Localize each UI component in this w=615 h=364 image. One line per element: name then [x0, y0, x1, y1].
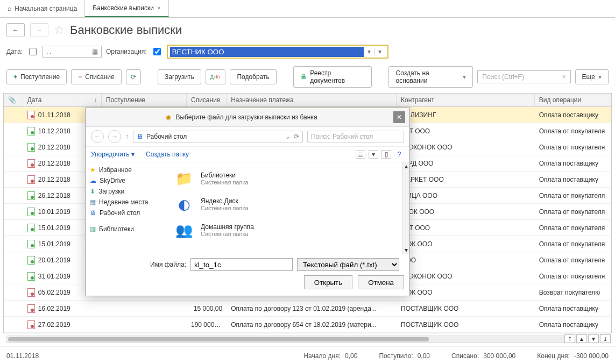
close-icon[interactable]: ×	[157, 4, 161, 12]
col-out-label: Списание	[191, 96, 221, 104]
dtkt-icon: ДтКт	[210, 74, 221, 80]
writeoff-button[interactable]: −Списание	[71, 69, 122, 84]
sort-asc-icon: ↓	[94, 96, 97, 104]
path-breadcrumb[interactable]: 🖥 Рабочий стол ⌄ ⟳	[133, 131, 303, 142]
open-button[interactable]: Открыть	[304, 275, 352, 289]
tab-active-label: Банковские выписки	[93, 4, 154, 12]
clear-icon[interactable]: ×	[562, 73, 566, 81]
status-in-value: 0,00	[418, 352, 430, 360]
col-date[interactable]: Дата↓	[23, 94, 102, 106]
dialog-close-button[interactable]: ✕	[393, 111, 405, 123]
create-on-button[interactable]: Создать на основании▾	[388, 66, 473, 88]
item-ya-sub: Системная папка	[201, 205, 249, 211]
forward-button[interactable]: →	[30, 23, 48, 37]
nav-up-icon[interactable]: ▲	[576, 334, 587, 343]
status-bar: 01.11.2018 Начало дня:0,00 Поступило:0,0…	[0, 346, 615, 364]
more-label: Еще	[582, 73, 595, 81]
calendar-icon[interactable]: ▦	[92, 48, 98, 55]
scroll-up-icon[interactable]: ▴	[405, 162, 408, 170]
filename-input[interactable]	[190, 258, 293, 271]
col-agent-label: Контрагент	[401, 96, 434, 104]
nav-back-button[interactable]: ←	[91, 130, 104, 143]
nav-first-icon[interactable]: ⤒	[564, 334, 575, 343]
status-out-label: Списано:	[451, 352, 479, 360]
col-receive[interactable]: Поступление	[102, 94, 187, 106]
date-filter-checkbox[interactable]	[29, 48, 37, 55]
org-input[interactable]	[170, 47, 364, 57]
nav-down-icon[interactable]: ▼	[588, 334, 599, 343]
row-agent: ГБ ЛИЗИНГ	[397, 109, 535, 121]
dialog-search-input[interactable]: Поиск: Рабочий стол	[307, 131, 404, 142]
table-row[interactable]: 16.02.201915 000,00Оплата по договору 12…	[4, 301, 611, 317]
row-date: 15.01.2019	[38, 240, 70, 248]
doc-icon	[27, 256, 35, 265]
col-agent[interactable]: Контрагент	[397, 94, 535, 106]
disk-icon: ◐	[173, 195, 195, 214]
file-item-libraries[interactable]: 📁 БиблиотекиСистемная папка	[172, 166, 397, 191]
path-text: Рабочий стол	[146, 133, 187, 140]
dialog-vertical-scrollbar[interactable]: ▴▾	[402, 162, 409, 254]
doc-icon	[27, 175, 35, 184]
chevron-down-icon: ▾	[463, 73, 466, 81]
row-date: 05.02.2019	[38, 289, 70, 296]
table-row[interactable]: 27.02.2019190 000,00Оплата по договору 6…	[4, 317, 611, 333]
filetype-select[interactable]: Текстовый файл (*.txt)	[297, 258, 399, 271]
minus-icon: −	[78, 73, 82, 81]
row-operation: Оплата от покупателя	[535, 270, 611, 282]
cancel-button[interactable]: Отмена	[358, 275, 404, 289]
nav-up-button[interactable]: ↑	[125, 133, 129, 140]
scroll-down-icon[interactable]: ▾	[405, 246, 408, 254]
new-folder-link[interactable]: Создать папку	[146, 151, 189, 158]
col-writeoff[interactable]: Списание	[187, 94, 227, 106]
arrange-link[interactable]: Упорядочить ▾	[91, 151, 135, 158]
date-input[interactable]: . . ▦	[43, 46, 102, 58]
back-button[interactable]: ←	[6, 23, 25, 37]
doc-icon	[27, 320, 35, 329]
receive-label: Поступление	[20, 73, 60, 81]
sidebar-libraries[interactable]: ▥Библиотеки	[89, 224, 162, 234]
star-icon[interactable]: ☆	[54, 23, 65, 37]
org-filter-checkbox[interactable]	[153, 48, 161, 55]
help-icon[interactable]: ?	[394, 150, 404, 159]
sidebar-downloads[interactable]: ⬇Загрузки	[89, 186, 162, 197]
nav-last-icon[interactable]: ⤓	[600, 334, 611, 343]
doc-icon	[27, 191, 35, 200]
status-in-label: Поступило:	[379, 352, 413, 360]
load-button[interactable]: Загрузить	[158, 69, 201, 84]
more-button[interactable]: Еще▾	[575, 69, 609, 84]
search-input[interactable]: Поиск (Ctrl+F)×	[477, 70, 570, 83]
refresh-path-icon[interactable]: ⟳	[294, 133, 299, 140]
scrollbar-thumb[interactable]	[8, 337, 429, 341]
fav-label: Избранное	[99, 166, 132, 174]
col-purpose[interactable]: Назначение платежа	[227, 94, 397, 106]
nav-fwd-button[interactable]: →	[108, 130, 121, 143]
org-field[interactable]: ▾ ▾	[167, 45, 388, 59]
tab-bank-statements[interactable]: Банковские выписки ×	[85, 0, 169, 17]
view-mode-icon[interactable]: ≣	[356, 150, 365, 159]
org-more-icon[interactable]: ▾	[374, 48, 385, 55]
libs-label: Библиотеки	[99, 225, 134, 233]
horizontal-scrollbar[interactable]	[6, 336, 609, 343]
doc-icon	[27, 127, 35, 135]
receive-button[interactable]: +Поступление	[6, 69, 67, 84]
col-operation[interactable]: Вид операции	[535, 94, 611, 106]
load-label: Загрузить	[165, 73, 194, 81]
row-operation: Оплата от покупателя	[535, 238, 611, 250]
org-dd-icon[interactable]: ▾	[364, 48, 374, 55]
file-item-homegroup[interactable]: 👥 Домашняя группаСистемная папка	[172, 217, 397, 243]
tab-home[interactable]: ⌂ Начальная страница	[0, 0, 85, 17]
view-mode-dd-icon[interactable]: ▾	[369, 150, 378, 159]
dt-kt-button[interactable]: ДтКт	[206, 69, 226, 84]
sidebar-desktop[interactable]: 🖥Рабочий стол	[89, 208, 162, 218]
registry-button[interactable]: 🖶Реестр документов	[293, 66, 372, 88]
preview-pane-icon[interactable]: ▯	[381, 150, 391, 159]
status-date: 01.11.2018	[6, 352, 39, 360]
match-button[interactable]: Подобрать	[230, 69, 276, 84]
col-attachment[interactable]: 📎	[4, 94, 23, 106]
sidebar-skydrive[interactable]: ☁SkyDrive	[89, 175, 162, 186]
refresh-button[interactable]: ⟳	[126, 69, 141, 84]
sidebar-favorites[interactable]: ★Избранное	[89, 165, 162, 175]
sidebar-recent[interactable]: ▦Недавние места	[89, 197, 162, 208]
file-item-yandex-disk[interactable]: ◐ Яндекс.ДискСистемная папка	[172, 191, 397, 217]
chevron-down-icon[interactable]: ⌄	[285, 133, 291, 140]
